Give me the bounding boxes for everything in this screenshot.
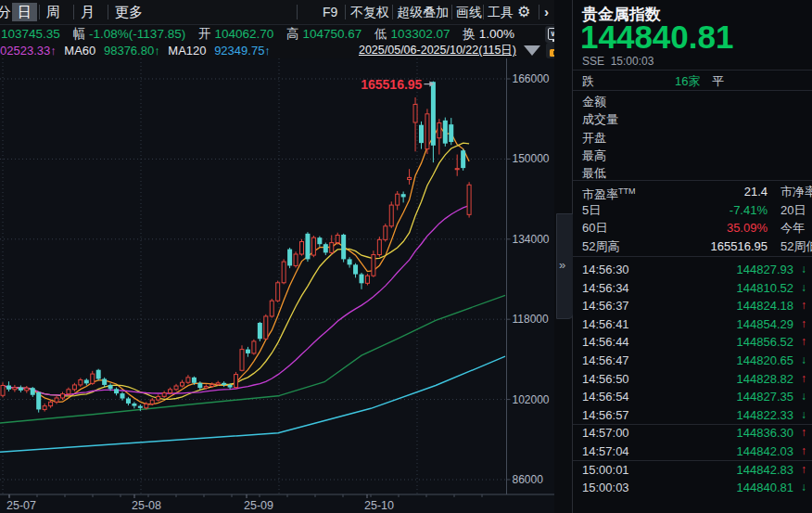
divider	[39, 5, 40, 19]
adjust-mode-button[interactable]: 不复权	[350, 4, 389, 20]
ratio-value: 35.09%	[727, 219, 768, 237]
svg-text:165516.95: 165516.95	[361, 77, 422, 92]
ratio-label-2: 市净率	[780, 183, 812, 200]
tab-week[interactable]: 周	[41, 3, 66, 21]
divider	[73, 5, 74, 19]
ma120-label: MA120	[168, 44, 206, 58]
ratio-value: -7.41%	[730, 201, 768, 219]
uptick-arrow-icon: ↑	[801, 315, 806, 333]
svg-text:102000: 102000	[513, 393, 550, 406]
ratio-label-2: 52周低	[780, 237, 812, 255]
ratio-value: 165516.95	[711, 237, 768, 255]
stat-row: 最高	[573, 147, 812, 164]
ratio-label: 5日	[582, 201, 601, 219]
tick-time: 14:56:57	[582, 406, 629, 424]
tick-price: 144810.52	[737, 279, 793, 297]
ratio-row: 52周高 165516.95 52周低	[573, 237, 812, 255]
date-range-selector[interactable]: 2025/05/06-2025/10/22(115日)	[359, 43, 516, 58]
tab-more[interactable]: 更多	[109, 3, 148, 21]
tick-time: 14:56:41	[582, 315, 629, 333]
svg-text:25-10: 25-10	[364, 499, 394, 512]
flat-label: 平	[712, 72, 724, 90]
stat-row: 金额	[573, 93, 812, 110]
tick-price: 144827.35	[737, 388, 793, 405]
panel-collapse-strip: »	[554, 0, 573, 513]
f9-button[interactable]: F9	[323, 4, 337, 20]
ma60-value: 98376.80↑	[104, 44, 160, 58]
ratio-label-2: 20日	[780, 201, 806, 219]
tick-time: 14:56:30	[582, 261, 629, 278]
tick-price: 144840.81	[737, 479, 793, 496]
tick-row: 14:56:30 144827.93 ↓	[573, 261, 812, 278]
ratio-label: 60日	[582, 219, 607, 237]
chart-canvas: 1660001500001340001180001020008600025-07…	[0, 58, 571, 513]
stat-row: 成交量	[573, 110, 812, 128]
tick-time: 15:00:03	[582, 479, 629, 496]
tick-row: 14:56:57 144822.33 ↓	[573, 406, 812, 424]
ma120-value: 92349.75↑	[214, 44, 271, 58]
tick-row: 14:57:04 144842.03 ↑	[573, 442, 812, 460]
chevron-down-icon[interactable]	[524, 45, 540, 56]
turnover-label: 换	[463, 27, 476, 41]
tick-row: 15:00:01 144842.83 ↑	[573, 461, 812, 479]
collapse-chevrons-icon[interactable]: »	[559, 258, 565, 272]
tab-day[interactable]: 日	[12, 3, 37, 21]
svg-text:150000: 150000	[513, 152, 550, 165]
divider	[573, 90, 812, 91]
quote-info-bar: 103745.35 幅-1.08%(-1137.85) 开104062.70 高…	[0, 25, 571, 43]
expand-chevron-icon[interactable]: ›	[544, 4, 549, 20]
ratio-row: 5日 -7.41% 20日	[573, 201, 812, 219]
svg-text:25-08: 25-08	[132, 499, 161, 512]
gear-icon[interactable]: ⚙	[517, 4, 530, 20]
last-price: 144840.81	[580, 19, 733, 56]
tick-price: 144836.30	[737, 424, 793, 442]
stat-label: 成交量	[582, 110, 618, 128]
tick-price: 144822.33	[737, 406, 793, 424]
downtick-arrow-icon: ↓	[801, 352, 806, 369]
tick-row: 14:56:50 144828.82 ↑	[573, 370, 812, 388]
candlestick-chart[interactable]: 1660001500001340001180001020008600025-07…	[0, 58, 571, 513]
svg-text:25-07: 25-07	[6, 499, 36, 512]
svg-text:25-09: 25-09	[244, 499, 273, 512]
tick-time: 14:56:54	[582, 388, 629, 405]
divider	[108, 5, 108, 19]
tick-price: 144842.03	[737, 442, 793, 460]
uptick-arrow-icon: ↑	[801, 297, 806, 314]
ratio-value: 21.4	[744, 183, 768, 200]
amplitude-value: -1.08%(-1137.85)	[89, 27, 185, 41]
tools-button[interactable]: 工具	[488, 4, 514, 20]
tick-time: 14:56:50	[582, 370, 629, 388]
uptick-arrow-icon: ↑	[801, 370, 806, 388]
ma60-label: MA60	[64, 44, 95, 58]
tick-time: 14:56:47	[582, 352, 629, 369]
svg-text:118000: 118000	[513, 313, 549, 326]
tick-price: 144854.29	[737, 315, 793, 333]
stat-row: 开盘	[573, 129, 812, 147]
turnover-value: 1.00%	[479, 27, 514, 41]
uptick-arrow-icon: ↑	[801, 442, 806, 460]
downtick-arrow-icon: ↓	[801, 479, 806, 496]
period-toolbar: 分 日 周 月 更多 F9 不复权 超级叠加 画线 工具 ⚙ ›	[0, 0, 571, 25]
tick-time: 14:56:34	[582, 279, 629, 297]
uptick-arrow-icon: ↑	[801, 424, 806, 442]
divider	[539, 5, 539, 19]
tick-row: 14:56:37 144824.18 ↑	[573, 297, 812, 314]
high-value: 104750.67	[303, 27, 362, 41]
tick-price: 144856.52	[737, 333, 793, 351]
divider	[451, 5, 452, 19]
tick-price: 144824.18	[737, 297, 793, 314]
tick-time: 14:56:37	[582, 297, 629, 314]
stock-app-window: 分 日 周 月 更多 F9 不复权 超级叠加 画线 工具 ⚙ › 103745.…	[0, 0, 812, 513]
draw-line-button[interactable]: 画线	[456, 4, 482, 20]
tick-row: 14:56:44 144856.52 ↑	[573, 333, 812, 351]
decline-count: 16家	[675, 72, 700, 90]
divider	[573, 70, 812, 71]
exchange-time: SSE 15:00:03	[582, 55, 653, 68]
tick-price: 144842.83	[737, 461, 793, 479]
ma-legend-bar: 02523.33↑ MA60 98376.80↑ MA120 92349.75↑…	[0, 43, 571, 59]
stat-label: 开盘	[582, 129, 606, 147]
tab-month[interactable]: 月	[75, 3, 100, 21]
stat-label: 金额	[582, 93, 606, 110]
downtick-arrow-icon: ↓	[801, 388, 806, 405]
super-overlay-button[interactable]: 超级叠加	[397, 4, 449, 20]
